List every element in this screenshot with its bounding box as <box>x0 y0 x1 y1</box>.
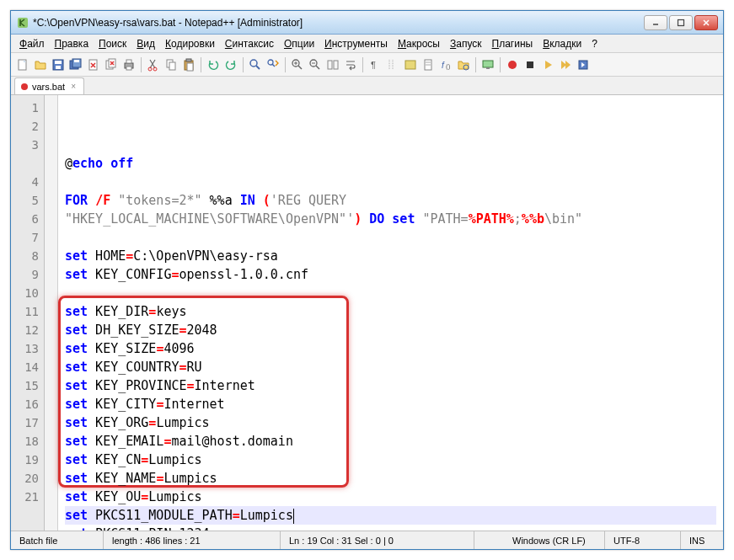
tab-vars-bat[interactable]: vars.bat × <box>14 77 84 94</box>
svg-rect-9 <box>74 60 79 62</box>
redo-icon[interactable] <box>222 56 239 73</box>
app-window: *C:\OpenVPN\easy-rsa\vars.bat - Notepad+… <box>10 10 724 550</box>
menu-edit[interactable]: Правка <box>50 36 94 51</box>
fold-margin <box>45 95 58 531</box>
replace-icon[interactable] <box>265 56 281 73</box>
menu-tools[interactable]: Инструменты <box>319 36 393 51</box>
menu-language[interactable]: Синтаксис <box>220 36 279 51</box>
print-icon[interactable] <box>121 56 137 73</box>
statusbar: Batch file length : 486 lines : 21 Ln : … <box>11 531 723 549</box>
status-mode: INS <box>681 531 723 549</box>
svg-rect-44 <box>486 67 490 69</box>
menu-window[interactable]: Вкладки <box>538 36 587 51</box>
window-title: *C:\OpenVPN\easy-rsa\vars.bat - Notepad+… <box>33 17 644 29</box>
tab-label: vars.bat <box>32 82 65 92</box>
titlebar: *C:\OpenVPN\easy-rsa\vars.bat - Notepad+… <box>11 11 723 35</box>
monitor-icon[interactable] <box>480 56 496 73</box>
svg-rect-5 <box>55 61 62 64</box>
svg-rect-2 <box>678 19 684 25</box>
svg-rect-0 <box>18 18 28 28</box>
svg-line-28 <box>298 66 302 69</box>
svg-rect-22 <box>187 63 193 71</box>
close-file-icon[interactable] <box>85 56 102 73</box>
tabbar: vars.bat × <box>11 77 723 95</box>
editor-area[interactable]: 123456789101112131415161718192021 @echo … <box>11 95 723 531</box>
status-eol: Windows (CR LF) <box>504 531 605 549</box>
menu-search[interactable]: Поиск <box>94 36 131 51</box>
svg-line-30 <box>316 66 319 69</box>
macro-record-icon[interactable] <box>504 56 521 73</box>
svg-rect-14 <box>126 60 131 63</box>
menu-file[interactable]: Файл <box>14 36 50 51</box>
code-view[interactable]: @echo off FOR /F "tokens=2*" %%a IN ('RE… <box>58 95 723 531</box>
svg-rect-15 <box>126 67 131 70</box>
doc-map-icon[interactable] <box>420 56 437 73</box>
svg-rect-46 <box>527 61 533 68</box>
svg-rect-31 <box>328 61 332 69</box>
tab-modified-icon <box>20 83 29 91</box>
menu-plugins[interactable]: Плагины <box>487 36 538 51</box>
menu-macro[interactable]: Макросы <box>393 36 445 51</box>
svg-text:(): () <box>446 62 451 70</box>
svg-rect-36 <box>405 61 415 69</box>
macro-save-icon[interactable] <box>575 56 592 73</box>
folder-view-icon[interactable] <box>455 56 472 73</box>
indent-guide-icon[interactable] <box>384 56 401 73</box>
show-all-chars-icon[interactable]: ¶ <box>367 56 383 73</box>
svg-point-45 <box>508 61 517 69</box>
menubar: Файл Правка Поиск Вид Кодировки Синтакси… <box>11 35 723 53</box>
macro-play-multi-icon[interactable] <box>557 56 574 73</box>
svg-rect-19 <box>169 62 175 70</box>
find-icon[interactable] <box>247 56 264 73</box>
status-filetype: Batch file <box>11 531 104 549</box>
svg-point-23 <box>250 60 257 67</box>
svg-text:f: f <box>442 61 445 70</box>
status-position: Ln : 19 Col : 31 Sel : 0 | 0 <box>281 531 474 549</box>
tab-close-icon[interactable]: × <box>68 82 78 92</box>
open-file-icon[interactable] <box>32 56 49 73</box>
undo-icon[interactable] <box>205 56 222 73</box>
zoom-out-icon[interactable] <box>307 56 324 73</box>
zoom-in-icon[interactable] <box>289 56 306 73</box>
user-lang-icon[interactable] <box>402 56 419 73</box>
svg-rect-21 <box>186 59 191 61</box>
window-controls <box>644 15 718 30</box>
menu-settings[interactable]: Опции <box>279 36 319 51</box>
func-list-icon[interactable]: f() <box>437 56 454 73</box>
new-file-icon[interactable] <box>14 56 31 73</box>
app-icon <box>16 16 29 29</box>
svg-point-48 <box>21 83 28 90</box>
macro-stop-icon[interactable] <box>522 56 538 73</box>
close-button[interactable] <box>694 15 718 30</box>
menu-run[interactable]: Запуск <box>445 36 487 51</box>
line-gutter: 123456789101112131415161718192021 <box>11 95 45 531</box>
sync-scroll-icon[interactable] <box>324 56 341 73</box>
maximize-button[interactable] <box>669 15 693 30</box>
menu-view[interactable]: Вид <box>131 36 160 51</box>
status-length: length : 486 lines : 21 <box>104 531 281 549</box>
toolbar: ¶ f() <box>11 53 723 77</box>
wordwrap-icon[interactable] <box>342 56 359 73</box>
menu-encoding[interactable]: Кодировки <box>160 36 220 51</box>
svg-line-26 <box>272 64 275 67</box>
cut-icon[interactable] <box>145 56 162 73</box>
copy-icon[interactable] <box>163 56 179 73</box>
close-all-icon[interactable] <box>103 56 120 73</box>
minimize-button[interactable] <box>644 15 667 30</box>
svg-line-24 <box>256 66 260 69</box>
paste-icon[interactable] <box>180 56 197 73</box>
svg-rect-43 <box>483 61 493 67</box>
macro-play-icon[interactable] <box>539 56 556 73</box>
svg-text:¶: ¶ <box>371 60 376 70</box>
save-all-icon[interactable] <box>67 56 84 73</box>
svg-rect-32 <box>334 61 338 69</box>
status-encoding: UTF-8 <box>605 531 681 549</box>
menu-help[interactable]: ? <box>587 36 603 51</box>
save-icon[interactable] <box>50 56 67 73</box>
svg-rect-6 <box>56 66 61 69</box>
